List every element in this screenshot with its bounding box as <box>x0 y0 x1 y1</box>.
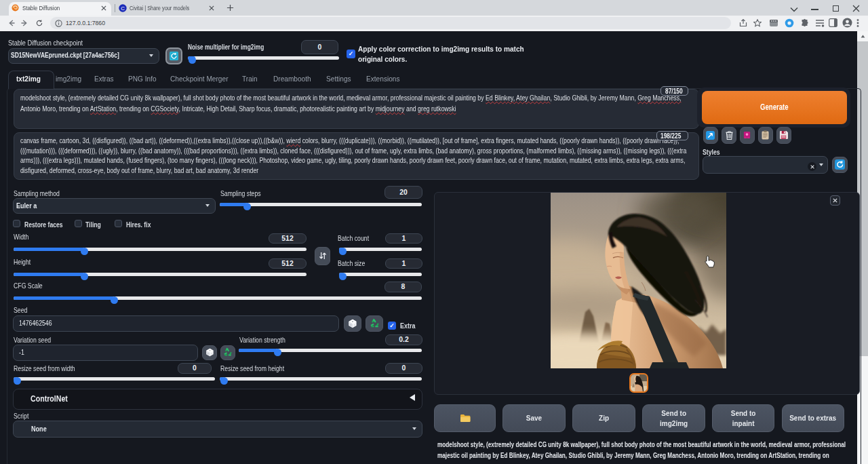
svg-text:C: C <box>121 5 125 12</box>
